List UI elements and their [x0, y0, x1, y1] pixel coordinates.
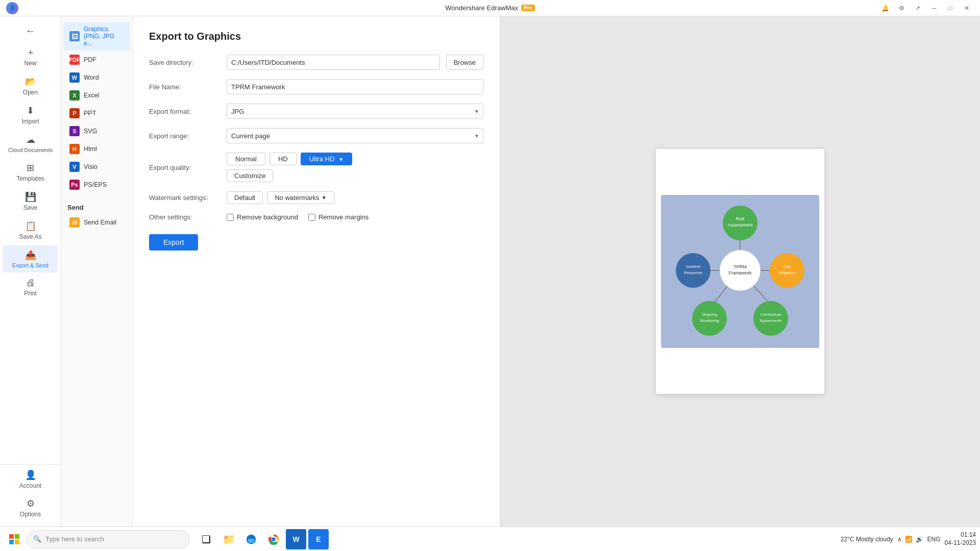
- svg-text:Incident: Incident: [686, 264, 701, 269]
- chrome-button[interactable]: [263, 529, 284, 549]
- app-body: ← ＋ New 📂 Open ⬇ Import ☁ Cloud Document…: [0, 16, 980, 527]
- nav-open-label: Open: [23, 89, 38, 96]
- left-nav: ← ＋ New 📂 Open ⬇ Import ☁ Cloud Document…: [0, 16, 61, 527]
- quality-normal-button[interactable]: Normal: [227, 153, 265, 165]
- remove-margins-text: Remove margins: [318, 213, 369, 221]
- export-button[interactable]: Export: [149, 234, 198, 251]
- wifi-icon[interactable]: 📶: [905, 536, 913, 543]
- sound-icon[interactable]: 🔊: [916, 536, 923, 543]
- nav-templates[interactable]: ⊞ Templates: [3, 158, 58, 186]
- nav-word[interactable]: W Word: [63, 69, 130, 86]
- nav-ppt[interactable]: P PPT: [63, 105, 130, 122]
- nav-cloud[interactable]: ☁ Cloud Documents: [3, 130, 58, 157]
- nav-options[interactable]: ⚙ Options: [3, 494, 58, 522]
- nav-back[interactable]: ←: [3, 21, 58, 41]
- chevron-up-icon[interactable]: ∧: [897, 536, 902, 543]
- nav-sendemail-label: Send Email: [84, 219, 116, 226]
- nav-saveas[interactable]: 📋 Save As: [3, 216, 58, 244]
- svg-rect-19: [15, 534, 19, 539]
- share-icon[interactable]: ↗: [911, 3, 925, 13]
- options-icon: ⚙: [27, 498, 35, 509]
- nav-sendemail[interactable]: ✉ Send Email: [63, 214, 130, 231]
- nav-open[interactable]: 📂 Open: [3, 72, 58, 100]
- nav-html[interactable]: H Html: [63, 140, 130, 158]
- nav-import[interactable]: ⬇ Import: [3, 101, 58, 129]
- quality-hd-button[interactable]: HD: [270, 153, 297, 165]
- remove-margins-checkbox[interactable]: [308, 214, 315, 221]
- watermark-none-button[interactable]: No watermarks ▼: [267, 191, 334, 204]
- ppt-icon: P: [69, 108, 80, 118]
- nav-export[interactable]: 📤 Export & Send: [3, 245, 58, 272]
- remove-bg-label[interactable]: Remove background: [227, 213, 298, 221]
- quality-ultrahd-button[interactable]: Ultra HD ▼: [301, 153, 352, 165]
- user-avatar[interactable]: 👤: [6, 2, 18, 14]
- titlebar-title: Wondershare EdrawMax Pro: [445, 4, 535, 12]
- other-settings-row: Other settings: Remove background Remove…: [149, 213, 483, 221]
- nav-print[interactable]: 🖨 Print: [3, 273, 58, 301]
- edraw-taskbar-button[interactable]: E: [308, 529, 329, 549]
- taskbar-search[interactable]: 🔍 Type here to search: [27, 530, 190, 548]
- edge-button[interactable]: [241, 529, 261, 549]
- export-format-select[interactable]: JPG PNG BMP GIF TIFF: [227, 104, 483, 119]
- notification-icon[interactable]: 🔔: [878, 3, 892, 13]
- export-range-label: Export range:: [149, 132, 220, 140]
- taskview-button[interactable]: ❑: [196, 529, 216, 549]
- remove-margins-label[interactable]: Remove margins: [308, 213, 369, 221]
- nowatermark-label: No watermarks: [275, 194, 319, 202]
- svg-text:Framework: Framework: [728, 270, 752, 276]
- settings-icon[interactable]: ⚙: [894, 3, 909, 13]
- svg-text:Assessment: Assessment: [727, 222, 753, 228]
- export-section: 🖼 Graphics (PNG, JPG e... PDF PDF W Word…: [61, 22, 132, 193]
- nav-svg[interactable]: S SVG: [63, 122, 130, 140]
- file-name-input[interactable]: [227, 79, 483, 94]
- svg-text:Due: Due: [783, 264, 791, 269]
- svg-text:TPRM: TPRM: [733, 264, 747, 269]
- file-name-row: File Name:: [149, 79, 483, 94]
- explorer-button[interactable]: 📁: [218, 529, 239, 549]
- nav-html-label: Html: [84, 145, 97, 153]
- customize-button[interactable]: Customize: [227, 169, 273, 182]
- remove-bg-checkbox[interactable]: [227, 214, 234, 221]
- browse-button[interactable]: Browse: [446, 55, 483, 70]
- close-button[interactable]: ✕: [960, 3, 974, 13]
- nav-saveas-label: Save As: [19, 233, 41, 240]
- templates-icon: ⊞: [27, 162, 34, 173]
- pro-badge: Pro: [521, 5, 535, 11]
- email-icon: ✉: [69, 217, 80, 228]
- maximize-button[interactable]: □: [943, 3, 958, 13]
- customize-row: Customize: [227, 165, 352, 182]
- nav-account[interactable]: 👤 Account: [3, 465, 58, 493]
- export-icon: 📤: [25, 249, 36, 261]
- weather-info: 22°C Mostly cloudy: [841, 536, 893, 543]
- nav-pdf[interactable]: PDF PDF: [63, 51, 130, 68]
- time-display: 01:14: [945, 531, 976, 539]
- preview-area: Risk Assessment TPRM Framework Incident …: [500, 16, 980, 527]
- nav-excel[interactable]: X Excel: [63, 87, 130, 104]
- minimize-button[interactable]: ─: [927, 3, 941, 13]
- watermark-label: Watermark settings:: [149, 194, 220, 202]
- export-format-wrapper: JPG PNG BMP GIF TIFF ▼: [227, 104, 483, 119]
- watermark-arrow: ▼: [322, 195, 327, 201]
- watermark-default-button[interactable]: Default: [227, 191, 263, 204]
- nav-pseps[interactable]: Ps PS/EPS: [63, 176, 130, 193]
- nav-graphics[interactable]: 🖼 Graphics (PNG, JPG e...: [63, 22, 130, 51]
- save-directory-input[interactable]: [227, 55, 440, 70]
- send-section-title: Send: [61, 197, 132, 213]
- nav-pdf-label: PDF: [84, 56, 96, 63]
- nav-print-label: Print: [24, 290, 37, 297]
- nav-new[interactable]: ＋ New: [3, 42, 58, 71]
- nav-visio[interactable]: V Visio: [63, 158, 130, 176]
- titlebar-left-icons: 👤: [6, 2, 18, 14]
- nav-templates-label: Templates: [16, 175, 44, 182]
- svg-text:Monitoring: Monitoring: [700, 318, 719, 323]
- nav-save[interactable]: 💾 Save: [3, 187, 58, 215]
- watermark-row: Watermark settings: Default No watermark…: [149, 191, 483, 204]
- export-quality-row: Export quality: Normal HD Ultra HD ▼ Cus…: [149, 153, 483, 182]
- visio-icon: V: [69, 162, 80, 172]
- edge-icon: [246, 534, 257, 545]
- export-range-row: Export range: Current page All pages Sel…: [149, 128, 483, 143]
- export-range-select[interactable]: Current page All pages Selected objects: [227, 128, 483, 143]
- start-button[interactable]: [4, 529, 24, 549]
- word-taskbar-button[interactable]: W: [286, 529, 306, 549]
- quality-row: Normal HD Ultra HD ▼: [227, 153, 352, 165]
